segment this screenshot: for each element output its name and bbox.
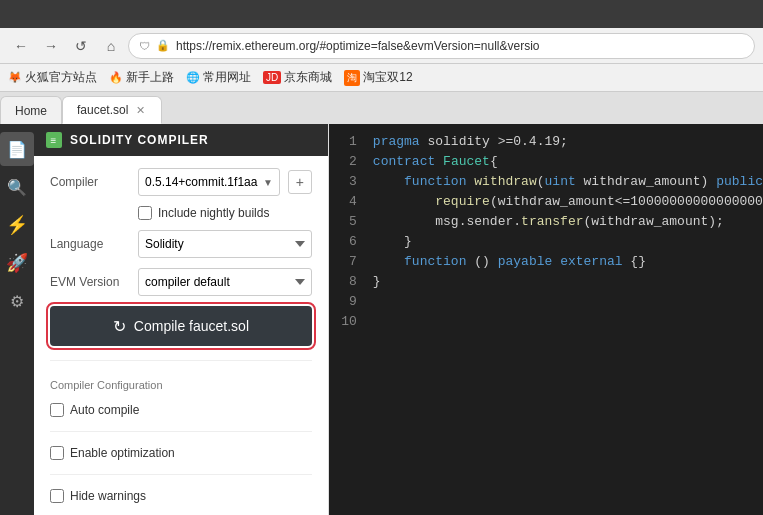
settings-icon: ⚙ [10,292,24,311]
compile-button[interactable]: ↻ Compile faucet.sol [50,306,312,346]
bookmarks-bar: 🦊 火狐官方站点 🔥 新手上路 🌐 常用网址 JD 京东商城 淘 淘宝双12 [0,64,763,92]
sidebar-btn-file[interactable]: 📄 [0,132,34,166]
nightly-builds-text: Include nightly builds [158,206,269,220]
jd-icon: JD [263,71,281,84]
globe-icon: 🌐 [186,71,200,84]
home-button[interactable]: ⌂ [98,33,124,59]
tab-close-icon[interactable]: ✕ [134,104,147,117]
search-icon: 🔍 [7,178,27,197]
hide-warnings-checkbox[interactable] [50,489,64,503]
deploy-icon: 🚀 [6,252,28,274]
nightly-builds-label[interactable]: Include nightly builds [138,206,269,220]
language-row: Language Solidity [50,230,312,258]
compiler-config-title: Compiler Configuration [50,375,312,393]
auto-compile-label[interactable]: Auto compile [50,403,312,417]
enable-optimization-label[interactable]: Enable optimization [50,446,312,460]
compiler-version-plus[interactable]: + [288,170,312,194]
bookmark-jd[interactable]: JD 京东商城 [263,69,332,86]
compiler-version-select[interactable]: 0.5.14+commit.1f1aa ▼ [138,168,280,196]
address-bar[interactable]: 🛡 🔒 https://remix.ethereum.org/#optimize… [128,33,755,59]
auto-compile-text: Auto compile [70,403,139,417]
compiler-header-title: SOLIDITY COMPILER [70,133,209,147]
address-text: https://remix.ethereum.org/#optimize=fal… [176,39,540,53]
auto-compile-checkbox[interactable] [50,403,64,417]
browser-nav: ← → ↺ ⌂ 🛡 🔒 https://remix.ethereum.org/#… [0,28,763,64]
sidebar-icons: 📄 🔍 ⚡ 🚀 ⚙ [0,124,34,515]
language-select[interactable]: Solidity [138,230,312,258]
code-area: 1 2 3 4 5 6 7 8 9 10 pragma solidity >=0… [329,124,763,515]
fox-icon: 🦊 [8,71,22,84]
evm-version-row: EVM Version compiler default [50,268,312,296]
evm-version-label: EVM Version [50,275,130,289]
lock-icon: 🔒 [156,39,170,52]
shield-icon: 🛡 [139,40,150,52]
taobao-icon: 淘 [344,70,360,86]
fire-icon: 🔥 [109,71,123,84]
header-icon-symbol: ≡ [51,135,58,146]
bookmark-foxsite[interactable]: 🦊 火狐官方站点 [8,69,97,86]
sidebar-btn-settings[interactable]: ⚙ [0,284,34,318]
compiler-version-text: 0.5.14+commit.1f1aa [145,175,257,189]
editor-area: 1 2 3 4 5 6 7 8 9 10 pragma solidity >=0… [329,124,763,515]
bookmark-common[interactable]: 🌐 常用网址 [186,69,251,86]
reload-button[interactable]: ↺ [68,33,94,59]
enable-optimization-text: Enable optimization [70,446,175,460]
bookmark-newstart[interactable]: 🔥 新手上路 [109,69,174,86]
bookmark-label: 新手上路 [126,69,174,86]
nightly-builds-checkbox[interactable] [138,206,152,220]
enable-optimization-checkbox[interactable] [50,446,64,460]
browser-titlebar [0,0,763,28]
divider3 [50,474,312,475]
code-content[interactable]: pragma solidity >=0.4.19; contract Fauce… [365,124,763,515]
compile-button-label: Compile faucet.sol [134,318,249,334]
compiler-panel: ≡ SOLIDITY COMPILER Compiler 0.5.14+comm… [34,124,329,515]
hide-warnings-text: Hide warnings [70,489,146,503]
tab-home[interactable]: Home [0,96,62,124]
tab-home-label: Home [15,104,47,118]
tab-faucet-label: faucet.sol [77,103,128,117]
compiler-header-icon: ≡ [46,132,62,148]
sidebar-btn-compile[interactable]: ⚡ [0,208,34,242]
bookmark-label: 火狐官方站点 [25,69,97,86]
chevron-down-icon: ▼ [263,177,273,188]
bookmark-taobao[interactable]: 淘 淘宝双12 [344,69,412,86]
sidebar-btn-search[interactable]: 🔍 [0,170,34,204]
browser-tabs-row: Home faucet.sol ✕ [0,92,763,124]
compiler-header: ≡ SOLIDITY COMPILER [34,124,328,156]
divider [50,360,312,361]
forward-button[interactable]: → [38,33,64,59]
bookmark-label: 京东商城 [284,69,332,86]
divider2 [50,431,312,432]
compile-refresh-icon: ↻ [113,317,126,336]
tab-faucet[interactable]: faucet.sol ✕ [62,96,162,124]
evm-version-select[interactable]: compiler default [138,268,312,296]
back-button[interactable]: ← [8,33,34,59]
file-icon: 📄 [7,140,27,159]
line-numbers: 1 2 3 4 5 6 7 8 9 10 [329,124,365,515]
compiler-label: Compiler [50,175,130,189]
app-content: 📄 🔍 ⚡ 🚀 ⚙ ≡ SOLIDITY COMPILER Compiler [0,124,763,515]
language-label: Language [50,237,130,251]
nightly-builds-row: Include nightly builds [50,206,312,220]
bookmark-label: 淘宝双12 [363,69,412,86]
hide-warnings-label[interactable]: Hide warnings [50,489,312,503]
compile-icon: ⚡ [6,214,28,236]
bookmark-label: 常用网址 [203,69,251,86]
sidebar-btn-deploy[interactable]: 🚀 [0,246,34,280]
compiler-version-row: Compiler 0.5.14+commit.1f1aa ▼ + [50,168,312,196]
compiler-body: Compiler 0.5.14+commit.1f1aa ▼ + Include… [34,156,328,515]
